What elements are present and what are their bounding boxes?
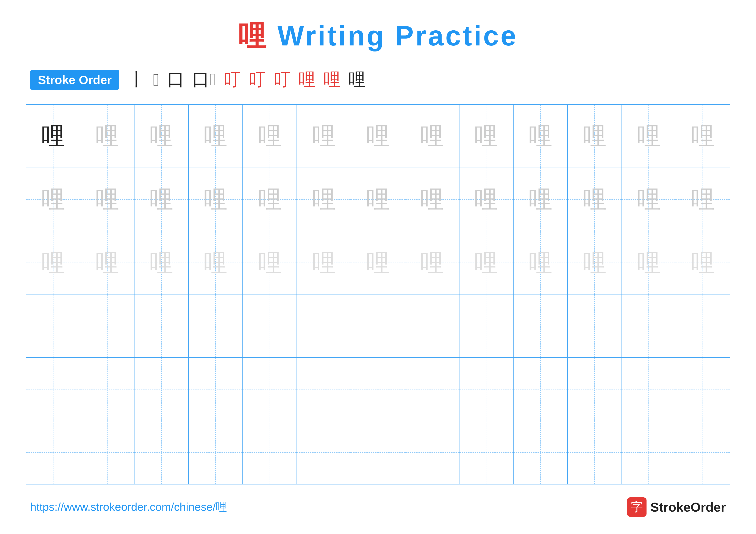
grid-cell[interactable]: [405, 294, 459, 357]
stroke-step-9: 哩: [323, 68, 341, 91]
cell-character: 哩: [691, 188, 715, 211]
grid-cell[interactable]: [351, 294, 405, 357]
grid-row-2: 哩 哩 哩 哩 哩 哩 哩 哩 哩 哩 哩 哩 哩: [26, 168, 730, 231]
grid-cell[interactable]: [243, 358, 297, 421]
grid-cell[interactable]: 哩: [405, 168, 459, 231]
grid-row-6: [26, 421, 730, 484]
grid-cell[interactable]: [622, 358, 676, 421]
cell-character: 哩: [366, 251, 390, 275]
cell-character: 哩: [312, 251, 336, 275]
grid-cell[interactable]: 哩: [405, 105, 459, 167]
grid-cell[interactable]: [189, 421, 243, 484]
grid-cell[interactable]: 哩: [622, 231, 676, 294]
stroke-step-2: 𠃌: [153, 70, 159, 89]
grid-cell[interactable]: [514, 294, 568, 357]
grid-cell[interactable]: 哩: [676, 105, 730, 167]
grid-cell[interactable]: [134, 358, 189, 421]
grid-cell[interactable]: 哩: [514, 168, 568, 231]
grid-cell[interactable]: 哩: [189, 231, 243, 294]
grid-cell[interactable]: 哩: [134, 168, 189, 231]
grid-cell[interactable]: [676, 358, 730, 421]
grid-cell[interactable]: 哩: [189, 168, 243, 231]
grid-cell[interactable]: 哩: [622, 105, 676, 167]
grid-cell[interactable]: 哩: [243, 105, 297, 167]
grid-cell[interactable]: [622, 421, 676, 484]
grid-cell[interactable]: 哩: [134, 231, 189, 294]
grid-cell[interactable]: [243, 294, 297, 357]
grid-cell[interactable]: [405, 358, 459, 421]
grid-cell[interactable]: 哩: [676, 231, 730, 294]
grid-cell[interactable]: 哩: [568, 105, 622, 167]
grid-cell[interactable]: [189, 358, 243, 421]
grid-cell[interactable]: [26, 358, 80, 421]
grid-cell[interactable]: [622, 294, 676, 357]
grid-cell[interactable]: 哩: [189, 105, 243, 167]
footer: https://www.strokeorder.com/chinese/哩 字 …: [26, 497, 730, 517]
cell-character: 哩: [258, 188, 282, 211]
grid-cell[interactable]: [26, 421, 80, 484]
grid-cell[interactable]: [676, 421, 730, 484]
grid-cell[interactable]: [297, 358, 351, 421]
grid-row-1: 哩 哩 哩 哩 哩 哩 哩 哩 哩 哩 哩 哩 哩: [26, 105, 730, 168]
stroke-step-10: 哩: [348, 68, 366, 91]
grid-cell[interactable]: 哩: [243, 231, 297, 294]
grid-cell[interactable]: 哩: [568, 231, 622, 294]
cell-character: 哩: [204, 251, 228, 275]
grid-cell[interactable]: [80, 294, 134, 357]
grid-cell[interactable]: [568, 358, 622, 421]
stroke-step-1: 丨: [128, 68, 145, 91]
grid-cell[interactable]: 哩: [514, 231, 568, 294]
grid-cell[interactable]: 哩: [80, 231, 134, 294]
grid-cell[interactable]: [80, 421, 134, 484]
grid-cell[interactable]: [26, 294, 80, 357]
grid-cell[interactable]: [134, 421, 189, 484]
grid-cell[interactable]: 哩: [134, 105, 189, 167]
stroke-steps: 丨 𠃌 口 口𠃌 叮 叮 叮 哩 哩 哩: [128, 68, 365, 91]
grid-cell[interactable]: 哩: [297, 168, 351, 231]
grid-cell[interactable]: [568, 294, 622, 357]
cell-character: 哩: [420, 251, 444, 275]
grid-cell[interactable]: [676, 294, 730, 357]
grid-cell[interactable]: 哩: [514, 105, 568, 167]
grid-cell[interactable]: [134, 294, 189, 357]
grid-cell[interactable]: 哩: [297, 105, 351, 167]
grid-cell[interactable]: 哩: [568, 168, 622, 231]
stroke-step-8: 哩: [298, 68, 316, 91]
grid-cell[interactable]: [514, 358, 568, 421]
grid-cell[interactable]: [405, 421, 459, 484]
grid-cell[interactable]: 哩: [26, 231, 80, 294]
grid-cell[interactable]: 哩: [243, 168, 297, 231]
grid-cell[interactable]: 哩: [459, 231, 514, 294]
grid-cell[interactable]: 哩: [351, 168, 405, 231]
grid-cell[interactable]: 哩: [26, 105, 80, 167]
title-char: 哩: [238, 20, 268, 51]
cell-character: 哩: [583, 188, 607, 211]
grid-cell[interactable]: 哩: [459, 168, 514, 231]
grid-cell[interactable]: [459, 358, 514, 421]
grid-cell[interactable]: [351, 421, 405, 484]
stroke-order-badge: Stroke Order: [30, 70, 120, 90]
grid-cell[interactable]: 哩: [80, 168, 134, 231]
grid-cell[interactable]: [297, 421, 351, 484]
grid-cell[interactable]: 哩: [80, 105, 134, 167]
grid-cell[interactable]: [568, 421, 622, 484]
grid-cell[interactable]: [459, 294, 514, 357]
grid-cell[interactable]: 哩: [622, 168, 676, 231]
grid-cell[interactable]: 哩: [405, 231, 459, 294]
grid-cell[interactable]: [189, 294, 243, 357]
practice-grid: 哩 哩 哩 哩 哩 哩 哩 哩 哩 哩 哩 哩 哩 哩 哩 哩 哩 哩 哩 哩 …: [26, 104, 730, 484]
cell-character: 哩: [637, 124, 661, 148]
footer-url[interactable]: https://www.strokeorder.com/chinese/哩: [30, 499, 227, 515]
grid-cell[interactable]: 哩: [297, 231, 351, 294]
grid-cell[interactable]: 哩: [26, 168, 80, 231]
grid-cell[interactable]: [297, 294, 351, 357]
grid-cell[interactable]: 哩: [459, 105, 514, 167]
grid-cell[interactable]: 哩: [676, 168, 730, 231]
grid-cell[interactable]: [514, 421, 568, 484]
grid-cell[interactable]: 哩: [351, 105, 405, 167]
grid-cell[interactable]: 哩: [351, 231, 405, 294]
grid-cell[interactable]: [80, 358, 134, 421]
grid-cell[interactable]: [459, 421, 514, 484]
grid-cell[interactable]: [243, 421, 297, 484]
grid-cell[interactable]: [351, 358, 405, 421]
